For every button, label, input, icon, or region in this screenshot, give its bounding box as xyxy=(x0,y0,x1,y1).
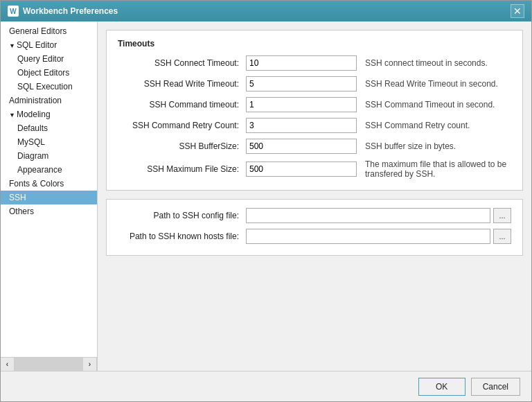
main-panel: Timeouts SSH Connect Timeout:SSH connect… xyxy=(98,21,531,371)
timeout-hint-0: SSH connect timeout in seconds. xyxy=(365,58,511,68)
sidebar-item-fonts-colors[interactable]: Fonts & Colors xyxy=(1,177,97,191)
path-input-0[interactable] xyxy=(246,208,490,223)
timeout-row-0: SSH Connect Timeout:SSH connect timeout … xyxy=(118,55,511,71)
paths-section: Path to SSH config file:...Path to SSH k… xyxy=(106,199,523,256)
titlebar-left: W Workbench Preferences xyxy=(8,6,118,17)
sidebar-scrollbar-track[interactable] xyxy=(15,358,83,371)
timeouts-title: Timeouts xyxy=(118,39,511,49)
sidebar-scroll-left[interactable]: ‹ xyxy=(1,358,15,372)
sidebar-label: SQL Editor xyxy=(17,40,57,50)
browse-button-0[interactable]: ... xyxy=(493,208,511,223)
sidebar-container: General Editors▼SQL EditorQuery EditorOb… xyxy=(1,21,98,371)
timeout-row-2: SSH Command timeout:SSH Command Timeout … xyxy=(118,97,511,112)
timeout-label-5: SSH Maximum File Size: xyxy=(118,164,246,174)
sidebar-item-ssh[interactable]: SSH xyxy=(1,191,97,204)
timeout-label-4: SSH BufferSize: xyxy=(118,141,246,151)
timeout-row-3: SSH Command Retry Count:SSH Command Retr… xyxy=(118,118,511,133)
sidebar-label: Diagram xyxy=(17,151,48,161)
timeout-hint-2: SSH Command Timeout in second. xyxy=(365,100,511,110)
sidebar-label: Appearance xyxy=(17,165,62,175)
path-row-0: Path to SSH config file:... xyxy=(118,208,511,223)
path-input-1[interactable] xyxy=(246,229,490,244)
timeout-hint-3: SSH Command Retry count. xyxy=(365,121,511,130)
sidebar-item-general-editors[interactable]: General Editors xyxy=(1,24,97,38)
path-row-1: Path to SSH known hosts file:... xyxy=(118,229,511,244)
sidebar-label: Defaults xyxy=(17,123,48,133)
sidebar-label: Query Editor xyxy=(17,54,64,64)
close-button[interactable]: ✕ xyxy=(511,4,524,18)
timeout-row-5: SSH Maximum File Size:The maximum file t… xyxy=(118,159,511,179)
timeout-input-4[interactable] xyxy=(246,139,357,154)
timeout-hint-1: SSH Read Write Timeout in second. xyxy=(365,79,511,89)
sidebar-item-modeling[interactable]: ▼Modeling xyxy=(1,107,97,121)
timeout-input-3[interactable] xyxy=(246,118,357,133)
timeout-input-1[interactable] xyxy=(246,76,357,91)
timeout-label-2: SSH Command timeout: xyxy=(118,100,246,110)
timeout-label-1: SSH Read Write Timeout: xyxy=(118,79,246,89)
cancel-button[interactable]: Cancel xyxy=(471,378,520,396)
timeout-input-2[interactable] xyxy=(246,97,357,112)
sidebar-item-query-editor[interactable]: Query Editor xyxy=(1,52,97,66)
timeout-input-5[interactable] xyxy=(246,161,357,177)
sidebar: General Editors▼SQL EditorQuery EditorOb… xyxy=(1,21,98,357)
sidebar-label: Fonts & Colors xyxy=(9,179,64,189)
sidebar-item-administration[interactable]: Administration xyxy=(1,94,97,107)
timeout-label-0: SSH Connect Timeout: xyxy=(118,58,246,68)
path-label-1: Path to SSH known hosts file: xyxy=(118,231,246,241)
sidebar-scroll-right[interactable]: › xyxy=(83,358,97,372)
sidebar-item-defaults[interactable]: Defaults xyxy=(1,121,97,135)
sidebar-item-mysql[interactable]: MySQL xyxy=(1,135,97,149)
footer: OK Cancel xyxy=(1,371,531,401)
ok-button[interactable]: OK xyxy=(418,378,466,396)
browse-button-1[interactable]: ... xyxy=(493,229,511,244)
path-label-0: Path to SSH config file: xyxy=(118,211,246,220)
sidebar-label: MySQL xyxy=(17,137,45,147)
timeout-row-1: SSH Read Write Timeout:SSH Read Write Ti… xyxy=(118,76,511,91)
timeout-input-0[interactable] xyxy=(246,55,357,71)
sidebar-label: General Editors xyxy=(9,26,66,36)
titlebar: W Workbench Preferences ✕ xyxy=(1,1,531,21)
sidebar-item-object-editors[interactable]: Object Editors xyxy=(1,66,97,80)
sidebar-label: Others xyxy=(9,207,34,216)
sidebar-label: Administration xyxy=(9,96,62,105)
sidebar-scrollbar-area: ‹ › xyxy=(1,357,98,371)
content-area: General Editors▼SQL EditorQuery EditorOb… xyxy=(1,21,531,371)
app-icon: W xyxy=(8,6,19,17)
sidebar-item-sql-execution[interactable]: SQL Execution xyxy=(1,80,97,94)
sidebar-label: SQL Execution xyxy=(17,82,73,91)
timeout-label-3: SSH Command Retry Count: xyxy=(118,121,246,130)
window: W Workbench Preferences ✕ General Editor… xyxy=(0,0,532,402)
timeout-hint-5: The maximum file that is allowed to be t… xyxy=(365,159,511,179)
sidebar-item-diagram[interactable]: Diagram xyxy=(1,149,97,163)
sidebar-label: Object Editors xyxy=(17,68,69,78)
window-title: Workbench Preferences xyxy=(23,6,118,16)
sidebar-label: Modeling xyxy=(17,110,51,119)
sidebar-item-sql-editor[interactable]: ▼SQL Editor xyxy=(1,38,97,52)
sidebar-item-others[interactable]: Others xyxy=(1,204,97,218)
sidebar-item-appearance[interactable]: Appearance xyxy=(1,163,97,177)
timeout-row-4: SSH BufferSize:SSH buffer size in bytes. xyxy=(118,139,511,154)
timeout-hint-4: SSH buffer size in bytes. xyxy=(365,141,511,151)
expand-arrow: ▼ xyxy=(9,42,15,49)
sidebar-label: SSH xyxy=(9,193,26,202)
expand-arrow: ▼ xyxy=(9,112,15,119)
timeouts-section: Timeouts SSH Connect Timeout:SSH connect… xyxy=(106,30,523,191)
